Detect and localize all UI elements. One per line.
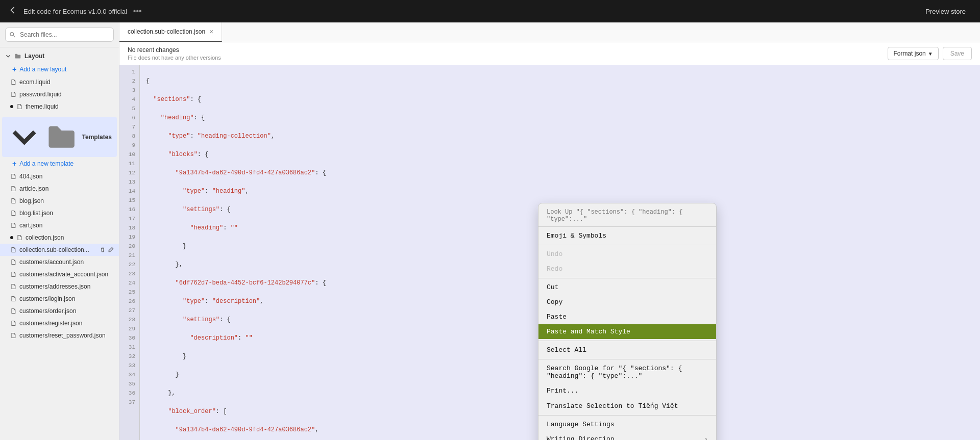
sidebar-item-collection[interactable]: collection.json: [0, 231, 119, 244]
sidebar-item-collection-sub[interactable]: collection.sub-collection...: [0, 244, 119, 256]
edit-icon[interactable]: [108, 247, 114, 253]
chevron-down-icon: [5, 53, 11, 59]
sidebar-item-theme-liquid[interactable]: theme.liquid: [0, 100, 119, 113]
toolbar-actions: Format json ▼ Save: [888, 47, 972, 60]
line-numbers: 12345 678910 1112131415 1617181920 21222…: [119, 65, 140, 440]
ctx-language-label: Language Settings: [547, 421, 615, 428]
search-input[interactable]: [5, 28, 114, 42]
ctx-paste-match-label: Paste and Match Style: [547, 328, 630, 335]
main-content: Layout + Add a new layout ecom.liquid pa…: [0, 22, 980, 440]
sidebar-item-blog[interactable]: blog.json: [0, 195, 119, 207]
file-label: article.json: [19, 185, 48, 192]
top-bar: Edit code for Ecomus v1.0.0 official •••…: [0, 0, 980, 22]
ctx-undo: Undo: [538, 247, 716, 262]
delete-icon[interactable]: [100, 247, 106, 253]
file-icon: [16, 103, 22, 110]
tab-close-button[interactable]: ×: [209, 28, 213, 36]
modified-dot: [10, 236, 13, 239]
back-icon: [8, 6, 17, 15]
file-icon: [10, 283, 16, 290]
file-label: customers/login.json: [19, 295, 75, 302]
file-icon: [10, 247, 16, 253]
ctx-writing-direction[interactable]: Writing Direction ›: [538, 432, 716, 440]
ctx-writing-arrow: ›: [704, 435, 708, 440]
ctx-emoji[interactable]: Emoji & Symbols: [538, 228, 716, 243]
add-layout-button[interactable]: + Add a new layout: [0, 63, 119, 76]
sidebar-item-customers-activate[interactable]: customers/activate_account.json: [0, 268, 119, 280]
ctx-paste-match[interactable]: Paste and Match Style: [538, 324, 716, 339]
ctx-emoji-label: Emoji & Symbols: [547, 232, 606, 240]
ctx-writing-label: Writing Direction: [547, 435, 615, 440]
active-tab[interactable]: collection.sub-collection.json ×: [119, 22, 222, 42]
back-button[interactable]: [8, 6, 17, 17]
search-wrapper: [5, 28, 114, 42]
add-template-button[interactable]: + Add a new template: [0, 157, 119, 170]
code-editor[interactable]: 12345 678910 1112131415 1617181920 21222…: [119, 65, 980, 440]
file-label: collection.json: [26, 234, 64, 241]
ctx-print[interactable]: Print...: [538, 383, 716, 398]
templates-section: Templates + Add a new template 404.json …: [0, 115, 119, 344]
file-icon: [10, 79, 16, 85]
sidebar-item-customers-register[interactable]: customers/register.json: [0, 317, 119, 329]
file-icon: [10, 173, 16, 179]
editor-toolbar: No recent changes File does not have any…: [119, 42, 980, 65]
ctx-translate[interactable]: Translate Selection to Tiếng Việt: [538, 398, 716, 413]
file-icon: [10, 222, 16, 228]
templates-group-header[interactable]: Templates: [2, 117, 117, 157]
sidebar-item-article[interactable]: article.json: [0, 183, 119, 195]
ctx-cut[interactable]: Cut: [538, 280, 716, 295]
search-icon: [9, 32, 16, 38]
toolbar-status: No recent changes File does not have any…: [128, 46, 221, 61]
tab-filename: collection.sub-collection.json: [128, 28, 205, 35]
sidebar-item-customers-addresses[interactable]: customers/addresses.json: [0, 280, 119, 293]
separator: [538, 341, 716, 341]
more-options[interactable]: •••: [133, 7, 142, 16]
search-area: [0, 22, 119, 47]
lookup-text: Look Up "{ "sections": { "heading": { "t…: [547, 209, 682, 223]
tab-bar: collection.sub-collection.json ×: [119, 22, 980, 42]
sidebar-item-ecom-liquid[interactable]: ecom.liquid: [0, 76, 119, 88]
file-icon: [10, 271, 16, 277]
separator: [538, 359, 716, 359]
editor-area: collection.sub-collection.json × No rece…: [119, 22, 980, 440]
sidebar-item-404[interactable]: 404.json: [0, 170, 119, 183]
format-json-button[interactable]: Format json ▼: [888, 47, 938, 60]
top-bar-left: Edit code for Ecomus v1.0.0 official •••: [8, 6, 142, 17]
svg-point-0: [10, 33, 14, 36]
format-label: Format json: [893, 50, 925, 57]
ctx-search-google[interactable]: Search Google for "{ "sections": { "head…: [538, 361, 716, 383]
file-label: collection.sub-collection...: [19, 246, 89, 253]
ctx-paste[interactable]: Paste: [538, 309, 716, 324]
folder-icon: [14, 53, 21, 60]
ctx-redo: Redo: [538, 262, 716, 276]
ctx-search-google-label: Search Google for "{ "sections": { "head…: [547, 365, 708, 380]
save-button[interactable]: Save: [943, 47, 972, 60]
separator: [538, 415, 716, 416]
layout-group-header[interactable]: Layout: [0, 49, 119, 63]
sidebar-item-customers-reset[interactable]: customers/reset_password.json: [0, 329, 119, 342]
preview-store-button[interactable]: Preview store: [919, 5, 972, 18]
chevron-down-icon: [7, 120, 41, 154]
plus-icon: +: [12, 160, 16, 168]
sidebar-item-password-liquid[interactable]: password.liquid: [0, 88, 119, 100]
ctx-copy[interactable]: Copy: [538, 295, 716, 309]
ctx-paste-label: Paste: [547, 313, 567, 321]
file-label: customers/activate_account.json: [19, 271, 108, 278]
file-label: ecom.liquid: [19, 79, 51, 86]
layout-label: Layout: [24, 53, 44, 60]
file-label: customers/reset_password.json: [19, 332, 106, 339]
sidebar-item-customers-login[interactable]: customers/login.json: [0, 293, 119, 305]
ctx-language-settings[interactable]: Language Settings: [538, 417, 716, 432]
ctx-select-all[interactable]: Select All: [538, 343, 716, 357]
separator: [538, 278, 716, 278]
file-label: cart.json: [19, 222, 42, 229]
file-icon: [10, 332, 16, 339]
sidebar-item-customers-order[interactable]: customers/order.json: [0, 305, 119, 317]
sidebar-item-customers-account[interactable]: customers/account.json: [0, 256, 119, 268]
file-icon: [10, 259, 16, 265]
file-label: customers/account.json: [19, 258, 84, 266]
file-label: blog.json: [19, 197, 44, 204]
sidebar-item-cart[interactable]: cart.json: [0, 219, 119, 231]
file-icon: [10, 308, 16, 314]
sidebar-item-blog-list[interactable]: blog.list.json: [0, 207, 119, 219]
